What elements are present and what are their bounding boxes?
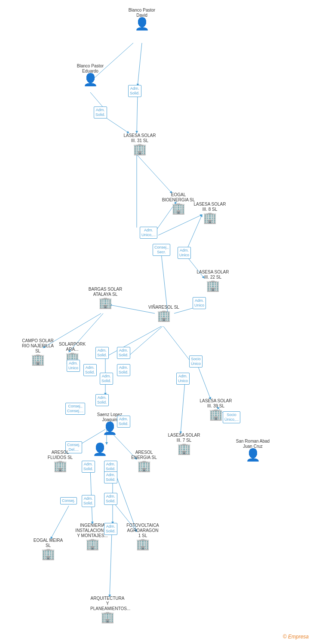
node-san-roman[interactable]: San Roman Abad Juan Cruz 👤 — [236, 439, 270, 461]
badge-adm-solid-12[interactable]: Adm.Solid. — [82, 495, 95, 507]
badge-label-adm-solid-15: Adm.Solid. — [104, 523, 117, 535]
svg-line-17 — [198, 366, 211, 399]
node-arquitectura[interactable]: ARQUITECTURA Y PLANEAMIENTOS... 🏢 — [90, 596, 125, 623]
badge-label-adm-solid-1: Adm.Solid. — [128, 85, 141, 97]
building-icon-aresol-energia: 🏢 — [137, 460, 151, 471]
svg-line-15 — [128, 326, 163, 356]
badge-label-adm-solid-11: Adm.Solid. — [104, 461, 117, 473]
badge-consej-secr[interactable]: Consej.,Secr. — [153, 244, 170, 256]
svg-line-16 — [163, 326, 193, 364]
badge-label-socio-unico-2: SocioÚnico,... — [223, 411, 240, 423]
label-lasesa-solar-31: LASESA SOLAR III. 31 SL — [123, 133, 157, 143]
badge-label-adm-solid-4: Adm.Solid. — [117, 347, 130, 359]
badge-adm-solid-1[interactable]: Adm.Solid. — [128, 85, 141, 97]
svg-line-4 — [103, 116, 129, 133]
node-lasesa-solar-8[interactable]: LASESA SOLAR III. 8 SL 🏢 — [193, 202, 227, 223]
badge-label-adm-unico-1: Adm.Unico,... — [140, 227, 157, 239]
badge-adm-solid-4[interactable]: Adm.Solid. — [117, 347, 130, 359]
label-aresol-energia: ARESOL ENERGIA SL — [127, 450, 161, 460]
node-blanco-pastor-david[interactable]: Blanco Pastor David 👤 — [125, 8, 159, 30]
badge-label-adm-unico-5: Adm.Unico — [176, 373, 190, 385]
svg-line-30 — [110, 532, 112, 597]
node-eogal-bioenergia[interactable]: EOGAL BIOENERGIA SL 🏢 — [161, 192, 196, 214]
svg-line-29 — [51, 506, 69, 539]
badge-adm-solid-5[interactable]: Adm.Solid. — [83, 364, 97, 376]
node-fotovoltaica[interactable]: FOTOVOLTAICA AGROARAGON 1 SL 🏢 — [126, 523, 160, 550]
node-person-2[interactable]: 👤 — [92, 444, 107, 456]
person-icon-david: 👤 — [135, 18, 150, 30]
badge-adm-solid-3[interactable]: Adm.Solid. — [95, 347, 109, 359]
badge-adm-solid-7[interactable]: Adm.Solid. — [117, 364, 130, 376]
building-icon-fotovoltaica: 🏢 — [136, 538, 150, 550]
node-vinaResol[interactable]: VIÑARESOL SL 🏢 — [148, 305, 179, 321]
label-campo-solar-rio: CAMPO SOLAR RIO NAJERILLA SL — [21, 338, 55, 354]
node-lasesa-solar-31[interactable]: LASESA SOLAR III. 31 SL 🏢 — [123, 133, 157, 155]
node-blanco-pastor-eduardo[interactable]: Blanco Pastor Eduardo 👤 — [73, 64, 107, 86]
svg-line-5 — [137, 155, 172, 193]
node-aresol-fluidos[interactable]: ARESOL FLUIDOS SL 🏢 — [43, 450, 77, 471]
building-icon-vinaresol: 🏢 — [157, 310, 171, 321]
badge-adm-solid-14[interactable]: Adm.Solid. — [104, 493, 117, 505]
building-icon-aresol-fluidos: 🏢 — [53, 460, 67, 471]
building-icon-lasesa-7: 🏢 — [177, 443, 191, 454]
person-icon-saenz: 👤 — [102, 422, 117, 434]
label-lasesa-solar-39: LASESA SOLAR III. 39 SL — [199, 398, 233, 409]
node-lasesa-solar-22[interactable]: LASESA SOLAR III. 22 SL 🏢 — [196, 270, 230, 291]
badge-label-adm-unico-3: Adm.Unico — [193, 297, 206, 309]
svg-line-14 — [107, 326, 161, 356]
person-icon-eduardo: 👤 — [83, 74, 98, 86]
building-icon-lasesa-22: 🏢 — [206, 280, 220, 291]
badge-adm-unico-2[interactable]: Adm.Unico — [178, 247, 191, 259]
node-bargas-solar[interactable]: BARGAS SOLAR ATALAYA SL 🏢 — [88, 287, 123, 308]
building-icon-bargas: 🏢 — [98, 297, 112, 308]
badge-socio-unico-2[interactable]: SocioÚnico,... — [223, 411, 240, 423]
label-fotovoltaica: FOTOVOLTAICA AGROARAGON 1 SL — [126, 523, 160, 538]
label-arquitectura: ARQUITECTURA Y PLANEAMIENTOS... — [90, 596, 125, 611]
badge-adm-solid-13[interactable]: Adm.Solid. — [104, 471, 117, 483]
label-blanco-pastor-eduardo: Blanco Pastor Eduardo — [73, 64, 107, 74]
badge-adm-unico-5[interactable]: Adm.Unico — [176, 373, 190, 385]
building-icon-ingenieria: 🏢 — [86, 538, 99, 550]
badge-adm-solid-9[interactable]: Adm.Solid. — [117, 416, 130, 428]
badge-label-consej-consej: Consej.,Consej.... — [65, 403, 85, 415]
badge-label-adm-solid-5: Adm.Solid. — [83, 364, 97, 376]
badge-adm-unico-3[interactable]: Adm.Unico — [193, 297, 206, 309]
building-icon-lasesa-8: 🏢 — [203, 212, 217, 223]
badge-label-adm-solid-12: Adm.Solid. — [82, 495, 95, 507]
building-icon-campo: 🏢 — [31, 354, 45, 365]
building-icon-arquitectura: 🏢 — [101, 611, 114, 623]
building-icon-lasesa-39: 🏢 — [209, 409, 223, 420]
badge-adm-solid-11[interactable]: Adm.Solid. — [104, 461, 117, 473]
badge-adm-solid-2[interactable]: Adm.Solid. — [94, 106, 107, 118]
node-eogal-meira[interactable]: EOGAL MEIRA SL 🏢 — [31, 538, 65, 559]
badge-label-adm-solid-8: Adm.Solid. — [95, 394, 109, 406]
label-lasesa-solar-7: LASESA SOLAR III. 7 SL — [167, 433, 201, 443]
badge-adm-unico-1[interactable]: Adm.Unico,... — [140, 227, 157, 239]
label-solarpork: SOLARPORK ARA... — [55, 342, 89, 352]
label-san-roman: San Roman Abad Juan Cruz — [236, 439, 270, 449]
node-aresol-energia[interactable]: ARESOL ENERGIA SL 🏢 — [127, 450, 161, 471]
badge-label-adm-solid-7: Adm.Solid. — [117, 364, 130, 376]
svg-line-3 — [137, 94, 138, 133]
badge-label-adm-unico-2: Adm.Unico — [178, 247, 191, 259]
badge-label-adm-solid-3: Adm.Solid. — [95, 347, 109, 359]
watermark: © Empresa — [283, 634, 309, 640]
badge-adm-unico-4[interactable]: Adm.Unico — [67, 360, 80, 372]
node-campo-solar-rio[interactable]: CAMPO SOLAR RIO NAJERILLA SL 🏢 — [21, 338, 55, 365]
badge-label-adm-solid-6: Adm.Solid. — [100, 373, 113, 385]
badge-label-adm-solid-2: Adm.Solid. — [94, 106, 107, 118]
badge-consej-2[interactable]: Consej. — [60, 497, 77, 504]
badge-consej-consej[interactable]: Consej.,Consej.... — [65, 403, 85, 415]
badge-adm-solid-10[interactable]: Adm.Solid. — [82, 461, 95, 473]
badge-socio-unico-1[interactable]: SocioÚnico — [189, 355, 203, 368]
graph-container: Blanco Pastor David 👤 Blanco Pastor Edua… — [0, 0, 313, 644]
badge-label-socio-unico-1: SocioÚnico — [189, 355, 203, 368]
svg-line-2 — [90, 92, 103, 107]
badge-label-adm-unico-4: Adm.Unico — [67, 360, 80, 372]
node-lasesa-solar-7[interactable]: LASESA SOLAR III. 7 SL 🏢 — [167, 433, 201, 454]
badge-adm-solid-8[interactable]: Adm.Solid. — [95, 394, 109, 406]
badge-adm-solid-15[interactable]: Adm.Solid. — [104, 523, 117, 535]
label-lasesa-solar-8: LASESA SOLAR III. 8 SL — [193, 202, 227, 212]
badge-adm-solid-6[interactable]: Adm.Solid. — [100, 373, 113, 385]
person-icon-san-roman: 👤 — [245, 449, 261, 461]
